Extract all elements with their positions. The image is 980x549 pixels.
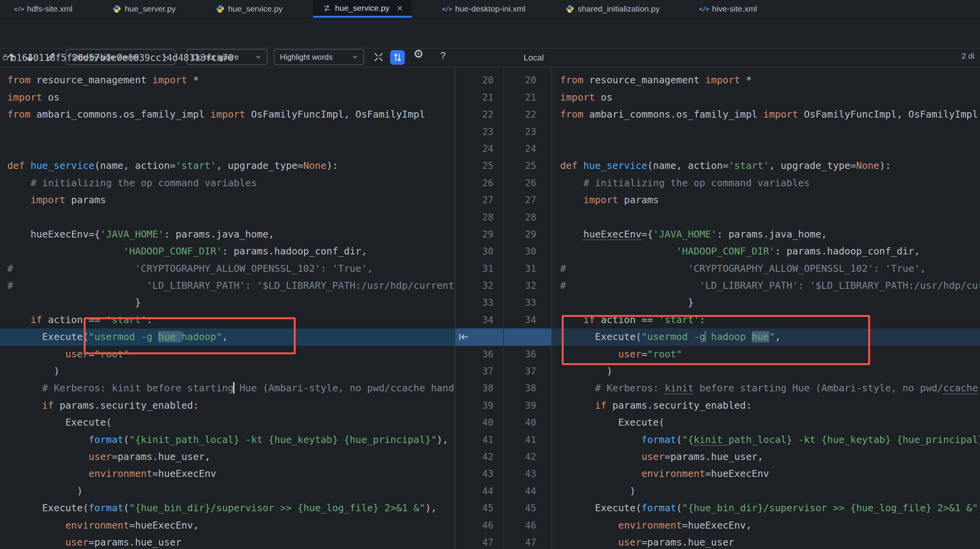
line-number-right: 19 — [504, 67, 536, 72]
code-line-right-28[interactable] — [552, 209, 980, 226]
code-line-right-31[interactable]: # 'CRYPTOGRAPHY_ALLOW_OPENSSL_102': 'Tru… — [552, 260, 980, 277]
tab-hue-service-py-diff-active[interactable]: hue_service.py × — [313, 0, 412, 18]
code-line-right-38[interactable]: # Kerberos: kinit before starting Hue (A… — [552, 380, 980, 397]
editor-tab-bar: </> hdfs-site.xml hue_server.py hue_serv… — [0, 0, 980, 19]
code-line-left-19[interactable] — [0, 67, 455, 72]
code-line-left-22[interactable]: from ambari_commons.os_family_impl impor… — [0, 106, 455, 123]
code-token: import — [152, 74, 187, 86]
line-number-left: 34 — [455, 312, 493, 328]
code-line-left-46[interactable]: environment=hueExecEnv, — [0, 517, 455, 534]
code-line-right-44[interactable]: ) — [552, 483, 980, 500]
code-line-left-47[interactable]: user=params.hue_user — [0, 534, 455, 549]
diff-change-marker-icon[interactable] — [458, 333, 468, 341]
code-line-right-20[interactable]: from resource_management import * — [552, 72, 980, 89]
code-line-left-29[interactable]: hueExecEnv={'JAVA_HOME': params.java_hom… — [0, 226, 455, 243]
code-token: OsFamilyFuncImpl, OsFamilyImpl — [245, 109, 425, 120]
code-line-left-33[interactable]: } — [0, 294, 455, 311]
code-line-right-32[interactable]: # 'LD_LIBRARY_PATH': '$LD_LIBRARY_PATH:/… — [552, 277, 980, 294]
line-number-right: 41 — [504, 431, 536, 448]
code-line-left-21[interactable]: import os — [0, 89, 455, 106]
code-line-left-40[interactable]: Execute( — [0, 414, 455, 431]
code-token: # Kerberos: kinit before starting — [42, 382, 234, 394]
tab-label: hdfs-site.xml — [27, 4, 72, 13]
code-line-right-37[interactable]: ) — [552, 363, 980, 380]
code-line-right-26[interactable]: # initializing the op command variables — [552, 175, 980, 192]
code-line-right-25[interactable]: def hue_service(name, action='start', up… — [552, 157, 980, 174]
code-token — [7, 349, 66, 360]
tab-shared-initialization-py[interactable]: shared_initialization.py — [556, 0, 669, 18]
code-line-left-20[interactable]: from resource_management import * — [0, 72, 455, 89]
code-token — [7, 537, 66, 548]
code-token — [7, 382, 42, 394]
code-line-right-24[interactable] — [552, 140, 980, 157]
code-line-right-22[interactable]: from ambari_commons.os_family_impl impor… — [552, 106, 980, 123]
code-token: # Kerberos: — [595, 382, 665, 394]
line-number-left: 36 — [455, 346, 493, 363]
code-line-right-39[interactable]: if params.security_enabled: — [552, 397, 980, 414]
code-line-right-47[interactable]: user=params.hue_user — [552, 534, 980, 549]
code-line-right-30[interactable]: 'HADOOP_CONF_DIR': params.hadoop_conf_di… — [552, 243, 980, 260]
code-line-left-24[interactable] — [0, 140, 455, 157]
left-editor[interactable]: from resource_management import *import … — [0, 67, 455, 549]
line-number-right: 27 — [504, 192, 536, 209]
tab-hue-desktop-ini-xml[interactable]: </> hue-desktop-ini.xml — [433, 0, 534, 18]
code-token: hueExecEnv={ — [7, 229, 100, 240]
code-token — [7, 194, 30, 205]
code-line-right-19[interactable] — [552, 67, 980, 72]
code-line-left-23[interactable] — [0, 123, 455, 140]
code-line-left-32[interactable]: # 'LD_LIBRARY_PATH': '$LD_LIBRARY_PATH:/… — [0, 277, 455, 294]
code-line-left-37[interactable]: ) — [0, 363, 455, 380]
code-line-right-27[interactable]: import params — [552, 192, 980, 209]
ide-window: </> hdfs-site.xml hue_server.py hue_serv… — [0, 0, 980, 549]
code-line-left-31[interactable]: # 'CRYPTOGRAPHY_ALLOW_OPENSSL_102': 'Tru… — [0, 260, 455, 277]
code-line-left-43[interactable]: environment=hueExecEnv — [0, 465, 455, 482]
code-token: None — [856, 160, 879, 171]
code-line-left-28[interactable] — [0, 209, 455, 226]
code-line-right-33[interactable]: } — [552, 294, 980, 311]
code-token: # 'LD_LIBRARY_PATH': '$LD_LIBRARY_PATH:/… — [7, 280, 455, 291]
annotation-box-right — [562, 315, 870, 365]
code-line-right-29[interactable]: hueExecEnv={'JAVA_HOME': params.java_hom… — [552, 226, 980, 243]
code-line-left-42[interactable]: user=params.hue_user, — [0, 448, 455, 465]
code-line-left-44[interactable]: ) — [0, 483, 455, 500]
code-line-right-41[interactable]: format("{kinit_path_local} -kt {hue_keyt… — [552, 431, 980, 448]
tab-hue-server-py[interactable]: hue_server.py — [103, 0, 185, 18]
code-token: OsFamilyFuncImpl, OsFamilyImpl — [798, 109, 978, 120]
code-token: =params.hue_user, — [665, 451, 763, 462]
code-line-left-38[interactable]: # Kerberos: kinit before starting Hue (A… — [0, 380, 455, 397]
code-line-right-40[interactable]: Execute( — [552, 414, 980, 431]
code-token: Execute( — [7, 502, 89, 514]
code-line-right-45[interactable]: Execute(format("{hue_bin_dir}/supervisor… — [552, 500, 980, 517]
code-token: user — [66, 537, 89, 548]
code-line-left-27[interactable]: import params — [0, 192, 455, 209]
tab-hdfs-site-xml[interactable]: </> hdfs-site.xml — [5, 0, 82, 18]
tab-hue-service-py[interactable]: hue_service.py — [206, 0, 292, 18]
code-token: : params.hadoop_conf_dir, — [222, 246, 367, 257]
close-tab-icon[interactable]: × — [397, 3, 402, 13]
code-line-right-43[interactable]: environment=hueExecEnv — [552, 465, 980, 482]
code-line-left-26[interactable]: # initializing the op command variables — [0, 175, 455, 192]
code-line-right-46[interactable]: environment=hueExecEnv, — [552, 517, 980, 534]
code-token — [7, 177, 30, 189]
tab-hive-site-xml[interactable]: </> hive-site.xml — [690, 0, 766, 18]
code-line-left-41[interactable]: format("{kinit_path_local} -kt {hue_keyt… — [0, 431, 455, 448]
code-line-right-42[interactable]: user=params.hue_user, — [552, 448, 980, 465]
code-token: ) — [7, 485, 83, 497]
right-editor[interactable]: from resource_management import *import … — [552, 67, 980, 549]
line-number-left: 24 — [455, 140, 493, 157]
code-line-left-39[interactable]: if params.security_enabled: — [0, 397, 455, 414]
line-number-right: 23 — [504, 123, 536, 140]
line-number-left: 44 — [455, 483, 493, 500]
code-line-left-25[interactable]: def hue_service(name, action='start', up… — [0, 157, 455, 174]
code-line-right-21[interactable]: import os — [552, 89, 980, 106]
line-number-left: 45 — [455, 500, 493, 517]
code-token: os — [595, 92, 612, 103]
line-number-left: 22 — [455, 106, 493, 123]
code-line-right-23[interactable] — [552, 123, 980, 140]
code-token: # initializing the op command variables — [30, 177, 257, 189]
code-line-left-45[interactable]: Execute(format("{hue_bin_dir}/supervisor… — [0, 500, 455, 517]
code-token: =params.hue_user — [642, 537, 734, 548]
code-token: # initializing the op command variables — [583, 177, 810, 189]
code-line-left-30[interactable]: 'HADOOP_CONF_DIR': params.hadoop_conf_di… — [0, 243, 455, 260]
line-number-right: 47 — [504, 534, 536, 549]
